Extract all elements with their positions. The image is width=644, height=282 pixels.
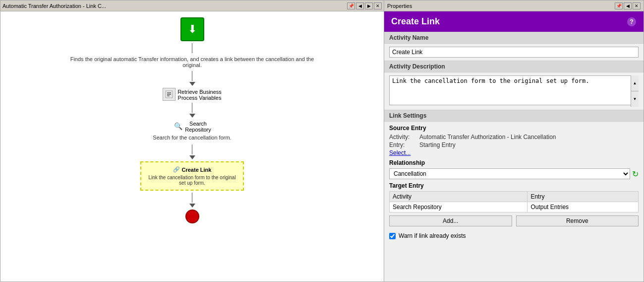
remove-button[interactable]: Remove xyxy=(516,215,639,226)
stop-icon xyxy=(185,210,199,223)
add-button[interactable]: Add... xyxy=(389,215,512,226)
arrow-2 xyxy=(189,114,195,118)
activity-desc-header: Activity Description xyxy=(384,61,644,72)
pin-button[interactable]: 📌 xyxy=(347,2,355,9)
workflow-titlebar: Automatic Transfer Authorization - Link … xyxy=(0,0,384,11)
link-settings-content: Source Entry Activity: Automatic Transfe… xyxy=(384,122,644,229)
create-link-inner: 🔗 Create Link xyxy=(173,166,212,173)
help-button[interactable]: ? xyxy=(627,17,637,27)
select-link[interactable]: Select... xyxy=(389,149,410,156)
create-link-node[interactable]: 🔗 Create Link Link the cancellation form… xyxy=(140,161,243,191)
nav-left-button[interactable]: ◀ xyxy=(356,2,364,9)
connector-2 xyxy=(192,71,192,81)
prop-nav-button[interactable]: ◀ xyxy=(624,2,632,9)
create-link-icon: 🔗 xyxy=(173,166,180,173)
arrow-3 xyxy=(189,155,195,159)
create-link-label: Create Link xyxy=(182,167,212,173)
search-desc: Search for the cancellation form. xyxy=(153,135,231,141)
properties-title-text: Properties xyxy=(387,3,412,9)
target-table: Activity Entry Search Repository Output … xyxy=(389,191,639,212)
start-node[interactable]: ⬇ xyxy=(180,17,204,41)
arrow-4 xyxy=(189,204,195,208)
close-button[interactable]: ✕ xyxy=(374,2,382,9)
activity-name-header: Activity Name xyxy=(384,32,644,44)
create-link-desc: Link the cancellation form to the origin… xyxy=(148,175,235,186)
workflow-content: ⬇ Finds the original automatic Transfer … xyxy=(0,11,384,282)
prop-pin-button[interactable]: 📌 xyxy=(615,2,623,9)
table-header-entry: Entry xyxy=(527,192,639,202)
activity-label: Activity: xyxy=(389,134,416,141)
source-entry-title: Source Entry xyxy=(389,125,639,132)
properties-controls: 📌 ◀ ✕ xyxy=(615,2,641,9)
retrieve-label: Retrieve BusinessProcess Variables xyxy=(177,89,222,101)
stop-node[interactable] xyxy=(185,210,199,223)
connector-3 xyxy=(192,103,192,113)
link-settings-header: Link Settings xyxy=(384,110,644,122)
table-cell-activity: Search Repository xyxy=(390,202,527,212)
connector-1 xyxy=(192,43,192,53)
activity-desc-content: Link the cancellation form to the origin… xyxy=(384,72,644,110)
retrieve-node[interactable]: Retrieve BusinessProcess Variables xyxy=(163,88,222,101)
connector-5 xyxy=(192,193,192,203)
entry-value: Starting Entry xyxy=(419,141,456,148)
search-label: SearchRepository xyxy=(185,121,211,133)
create-link-box[interactable]: 🔗 Create Link Link the cancellation form… xyxy=(140,161,243,191)
search-icon: 🔍 xyxy=(173,121,183,131)
table-cell-entry: Output Entries xyxy=(527,202,639,212)
relationship-select[interactable]: Cancellation xyxy=(389,168,630,179)
desc-scroll-down[interactable]: ▼ xyxy=(631,91,639,107)
properties-panel: Properties 📌 ◀ ✕ Create Link ? Activity … xyxy=(384,0,644,282)
start-icon: ⬇ xyxy=(180,17,204,41)
properties-body: Activity Name Activity Description Link … xyxy=(384,32,644,282)
activity-name-input[interactable] xyxy=(389,47,639,58)
titlebar-controls: 📌 ◀ ▶ ✕ xyxy=(347,2,382,9)
refresh-button[interactable]: ↻ xyxy=(632,169,639,179)
warn-row: Warn if link already exists xyxy=(384,232,644,239)
source-activity-row: Activity: Automatic Transfer Authorizati… xyxy=(389,134,639,141)
search-node[interactable]: 🔍 SearchRepository Search for the cancel… xyxy=(153,120,231,142)
warn-checkbox[interactable] xyxy=(389,233,396,239)
entry-label: Entry: xyxy=(389,141,416,148)
connector-4 xyxy=(192,144,192,154)
table-header-activity: Activity xyxy=(390,192,527,202)
warn-label: Warn if link already exists xyxy=(399,232,466,239)
arrow-1 xyxy=(189,82,195,86)
table-row[interactable]: Search Repository Output Entries xyxy=(390,202,639,212)
workflow-title: Automatic Transfer Authorization - Link … xyxy=(2,3,106,9)
properties-titlebar: Properties 📌 ◀ ✕ xyxy=(384,0,644,11)
prop-close-button[interactable]: ✕ xyxy=(633,2,641,9)
desc-scroll-up[interactable]: ▲ xyxy=(631,75,639,91)
target-entry-title: Target Entry xyxy=(389,182,639,189)
target-buttons: Add... Remove xyxy=(389,215,639,226)
nav-right-button[interactable]: ▶ xyxy=(365,2,373,9)
workflow-panel: Automatic Transfer Authorization - Link … xyxy=(0,0,384,282)
activity-value: Automatic Transfer Authorization - Link … xyxy=(419,134,556,141)
prop-header-title: Create Link xyxy=(391,16,440,27)
activity-desc-textarea[interactable]: Link the cancellation form to the origin… xyxy=(389,75,639,105)
prop-header: Create Link ? xyxy=(384,11,644,32)
activity-name-content xyxy=(384,44,644,61)
retrieve-icon xyxy=(163,88,176,101)
relationship-row: Cancellation ↻ xyxy=(389,168,639,179)
source-entry-row: Entry: Starting Entry xyxy=(389,141,639,148)
workflow-description: Finds the original automatic Transfer in… xyxy=(63,56,321,68)
relationship-title: Relationship xyxy=(389,159,639,166)
